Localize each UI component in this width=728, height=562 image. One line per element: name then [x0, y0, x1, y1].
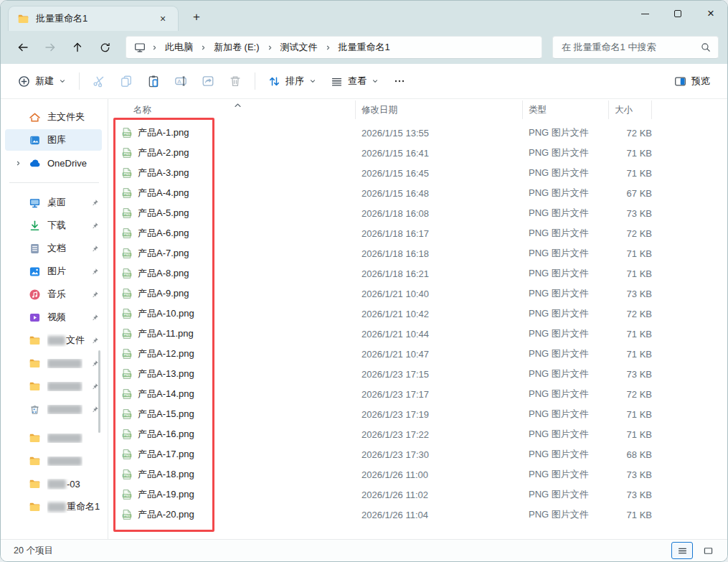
sidebar-scrollbar[interactable] — [98, 350, 100, 433]
file-row[interactable]: PNG产品A-1.png2026/1/15 13:55PNG 图片文件72 KB — [108, 123, 727, 143]
share-icon[interactable] — [194, 69, 222, 93]
sidebar-item[interactable] — [5, 427, 102, 449]
delete-icon[interactable] — [222, 69, 249, 93]
file-name-cell[interactable]: PNG产品A-13.png — [119, 367, 356, 380]
file-row[interactable]: PNG产品A-19.png2026/1/26 11:02PNG 图片文件73 K… — [108, 484, 727, 505]
details-view-button[interactable] — [671, 542, 693, 559]
breadcrumb-chevron-icon[interactable] — [265, 45, 275, 51]
file-name-cell[interactable]: PNG产品A-1.png — [119, 126, 356, 139]
breadcrumb-item[interactable]: 新加卷 (E:) — [209, 39, 265, 56]
up-icon[interactable] — [65, 36, 90, 59]
file-row[interactable]: PNG产品A-10.png2026/1/21 10:42PNG 图片文件72 K… — [108, 304, 727, 324]
file-name-cell[interactable]: PNG产品A-14.png — [119, 388, 356, 401]
sidebar-item-主文件夹[interactable]: 主文件夹 — [5, 106, 102, 128]
sidebar-item[interactable] — [5, 450, 102, 472]
sidebar-item[interactable] — [5, 375, 102, 397]
column-header-date[interactable]: 修改日期 — [356, 100, 523, 119]
refresh-icon[interactable] — [93, 36, 117, 59]
sidebar-item[interactable] — [5, 398, 102, 420]
file-name-cell[interactable]: PNG产品A-5.png — [119, 207, 356, 220]
file-name-cell[interactable]: PNG产品A-19.png — [119, 488, 356, 501]
sort-ascending-icon[interactable] — [234, 98, 242, 111]
sidebar-item[interactable] — [5, 352, 102, 374]
file-row[interactable]: PNG产品A-12.png2026/1/21 10:47PNG 图片文件71 K… — [108, 344, 727, 364]
file-row[interactable]: PNG产品A-3.png2026/1/15 16:45PNG 图片文件71 KB — [108, 163, 727, 183]
thumbnail-view-button[interactable] — [697, 542, 719, 559]
sidebar-item--03[interactable]: -03 — [5, 473, 102, 495]
file-row[interactable]: PNG产品A-7.png2026/1/18 16:18PNG 图片文件71 KB — [108, 243, 727, 263]
breadcrumb-chevron-icon[interactable] — [323, 45, 334, 51]
breadcrumb-chevron-icon[interactable] — [198, 45, 209, 51]
column-header-size[interactable]: 大小 — [609, 100, 652, 119]
file-name-cell[interactable]: PNG产品A-11.png — [119, 327, 356, 340]
sidebar-item-桌面[interactable]: 桌面 — [5, 192, 102, 213]
sort-button[interactable]: 排序 — [261, 69, 323, 93]
file-row[interactable]: PNG产品A-13.png2026/1/23 17:15PNG 图片文件73 K… — [108, 364, 727, 384]
breadcrumb[interactable]: 此电脑新加卷 (E:)测试文件批量重命名1 — [126, 36, 542, 59]
file-row[interactable]: PNG产品A-20.png2026/1/26 11:04PNG 图片文件71 K… — [108, 505, 727, 525]
file-name-cell[interactable]: PNG产品A-15.png — [119, 408, 356, 421]
sidebar-item-OneDrive[interactable]: OneDrive — [5, 152, 102, 174]
sidebar-item-图片[interactable]: 图片 — [5, 261, 102, 282]
preview-toggle-button[interactable]: 预览 — [667, 69, 717, 93]
sidebar-item-音乐[interactable]: 音乐 — [5, 284, 102, 305]
file-row[interactable]: PNG产品A-18.png2026/1/26 11:00PNG 图片文件73 K… — [108, 464, 727, 484]
forward-icon[interactable] — [38, 36, 62, 59]
new-tab-button[interactable]: + — [186, 6, 207, 28]
file-name-cell[interactable]: PNG产品A-2.png — [119, 146, 356, 159]
file-name-cell[interactable]: PNG产品A-6.png — [119, 227, 356, 240]
sidebar-item-text: 图片 — [47, 265, 66, 278]
file-row[interactable]: PNG产品A-16.png2026/1/23 17:22PNG 图片文件71 K… — [108, 424, 727, 444]
file-row[interactable]: PNG产品A-2.png2026/1/15 16:41PNG 图片文件71 KB — [108, 143, 727, 163]
breadcrumb-item[interactable]: 测试文件 — [275, 39, 323, 56]
search-input[interactable]: 在 批量重命名1 中搜索 — [552, 36, 719, 59]
minimize-icon[interactable] — [628, 1, 661, 27]
sidebar-item-文档[interactable]: 文档 — [5, 238, 102, 259]
file-name-cell[interactable]: PNG产品A-4.png — [119, 187, 356, 200]
sidebar-item-图库[interactable]: 图库 — [5, 129, 102, 151]
file-row[interactable]: PNG产品A-17.png2026/1/23 17:30PNG 图片文件68 K… — [108, 444, 727, 464]
file-row[interactable]: PNG产品A-9.png2026/1/21 10:40PNG 图片文件73 KB — [108, 284, 727, 304]
file-name-cell[interactable]: PNG产品A-9.png — [119, 287, 356, 300]
sidebar-item-视频[interactable]: 视频 — [5, 306, 102, 328]
file-row[interactable]: PNG产品A-6.png2026/1/18 16:17PNG 图片文件72 KB — [108, 223, 727, 243]
file-row[interactable]: PNG产品A-5.png2026/1/18 16:08PNG 图片文件73 KB — [108, 203, 727, 223]
maximize-icon[interactable] — [661, 1, 694, 27]
chevron-right-icon[interactable] — [14, 160, 22, 167]
file-name-cell[interactable]: PNG产品A-16.png — [119, 428, 356, 441]
file-row[interactable]: PNG产品A-11.png2026/1/21 10:44PNG 图片文件71 K… — [108, 324, 727, 344]
breadcrumb-item[interactable]: 此电脑 — [160, 39, 198, 56]
close-icon[interactable]: × — [694, 1, 727, 27]
file-row[interactable]: PNG产品A-14.png2026/1/23 17:17PNG 图片文件72 K… — [108, 384, 727, 404]
cut-icon[interactable] — [85, 69, 113, 93]
sidebar-item-下载[interactable]: 下载 — [5, 215, 102, 236]
file-row[interactable]: PNG产品A-8.png2026/1/18 16:21PNG 图片文件71 KB — [108, 263, 727, 284]
file-type-cell: PNG 图片文件 — [523, 126, 609, 139]
file-date-cell: 2026/1/18 16:21 — [356, 268, 523, 279]
file-name-cell[interactable]: PNG产品A-12.png — [119, 347, 356, 360]
file-name-cell[interactable]: PNG产品A-20.png — [119, 508, 356, 521]
breadcrumb-chevron-icon[interactable] — [149, 45, 160, 51]
file-row[interactable]: PNG产品A-4.png2026/1/15 16:48PNG 图片文件67 KB — [108, 183, 727, 203]
sidebar-item-文件[interactable]: 文件 — [5, 329, 102, 351]
back-icon[interactable] — [11, 36, 35, 59]
column-header-type[interactable]: 类型 — [523, 100, 609, 119]
paste-icon[interactable] — [140, 69, 167, 93]
file-name-cell[interactable]: PNG产品A-17.png — [119, 448, 356, 461]
file-row[interactable]: PNG产品A-15.png2026/1/23 17:19PNG 图片文件71 K… — [108, 404, 727, 424]
tab-close-icon[interactable]: × — [155, 11, 171, 27]
sidebar-item-重命名1[interactable]: 重命名1 — [5, 496, 102, 517]
file-name-cell[interactable]: PNG产品A-7.png — [119, 247, 356, 260]
more-options-icon[interactable] — [386, 69, 413, 93]
explorer-tab[interactable]: 批量重命名1 × — [8, 6, 179, 31]
new-button[interactable]: 新建 — [11, 69, 73, 93]
breadcrumb-item[interactable]: 批量重命名1 — [334, 39, 395, 56]
rename-icon[interactable]: A — [167, 69, 194, 93]
file-name-cell[interactable]: PNG产品A-8.png — [119, 267, 356, 280]
copy-icon[interactable] — [113, 69, 140, 93]
file-date-cell: 2026/1/21 10:44 — [356, 329, 523, 339]
file-name-cell[interactable]: PNG产品A-18.png — [119, 468, 356, 481]
file-name-cell[interactable]: PNG产品A-3.png — [119, 167, 356, 179]
file-name-cell[interactable]: PNG产品A-10.png — [119, 307, 356, 320]
view-button[interactable]: 查看 — [323, 69, 386, 93]
